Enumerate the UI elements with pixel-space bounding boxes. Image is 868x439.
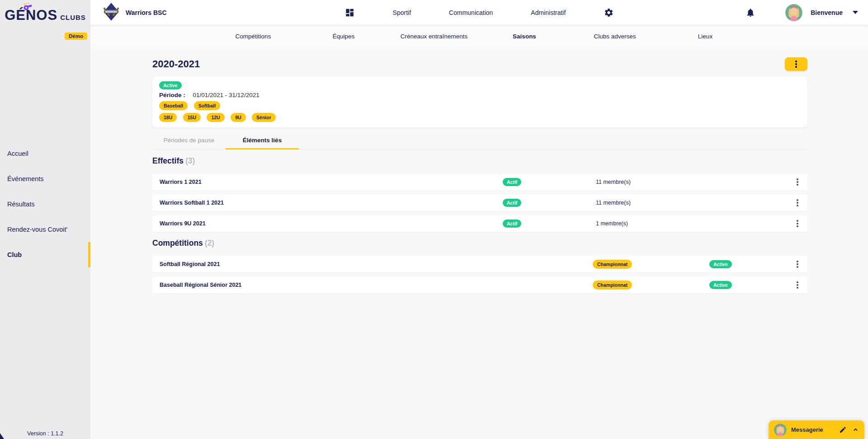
status-badge: Actif [503, 199, 521, 207]
tab-competitions[interactable]: Compétitions [208, 33, 298, 40]
topbar-link-sportif[interactable]: Sportif [393, 9, 411, 16]
chevron-up-icon[interactable] [852, 426, 859, 433]
app-version: Version : 1.1.2 [0, 430, 90, 437]
row-actions-button[interactable] [795, 280, 800, 290]
tab-clubs-adverses[interactable]: Clubs adverses [570, 33, 660, 40]
main-content: 2020-2021 Active Période : 01/01/2021 - … [90, 57, 868, 293]
status-badge: Actif [503, 220, 521, 228]
chevron-down-icon[interactable] [853, 11, 858, 14]
kebab-icon [797, 178, 798, 186]
sidebar-item-rendez-vous-covoit[interactable]: Rendez-vous Covoit' [0, 217, 90, 242]
member-count: 1 membre(s) [596, 220, 788, 227]
competition-name: Baseball Régional Sénior 2021 [152, 282, 593, 288]
competition-row[interactable]: Baseball Régional Sénior 2021 Championna… [152, 277, 807, 293]
avatar [774, 424, 787, 436]
effectif-name: Warriors 1 2021 [152, 179, 503, 185]
tab-equipes[interactable]: Équipes [298, 33, 389, 40]
status-badge: Actif [503, 178, 521, 186]
topbar-center-nav: Sportif Communication Administratif [345, 8, 614, 18]
tab-periodes-de-pause[interactable]: Périodes de pause [152, 131, 226, 149]
page-title: 2020-2021 [152, 58, 200, 70]
row-actions-button[interactable] [795, 259, 800, 270]
topbar-link-communication[interactable]: Communication [449, 9, 493, 16]
section-count: (2) [205, 238, 214, 248]
sidebar-item-evenements[interactable]: Événements [0, 166, 90, 191]
effectif-name: Warriors Softball 1 2021 [152, 200, 503, 206]
effectif-row[interactable]: Warriors 9U 2021 Actif 1 membre(s) [152, 215, 807, 232]
sport-badge: Softball [194, 101, 221, 110]
category-badge: Sénior [252, 113, 276, 122]
logo-text-secondary: CLUBS [60, 14, 86, 21]
competition-type-badge: Championnat [593, 280, 632, 290]
bell-icon[interactable] [745, 8, 755, 18]
sidebar-item-label: Accueil [7, 150, 28, 157]
avatar[interactable] [785, 4, 802, 21]
season-status-badge: Active [159, 81, 182, 89]
period-label: Période : [159, 92, 185, 98]
app-logo: GÉNOS CLUBS Démo [0, 7, 90, 23]
sidebar: GÉNOS CLUBS Démo Accueil Événements Résu… [0, 0, 90, 439]
subnav: Compétitions Équipes Créneaux entraîneme… [90, 25, 868, 47]
competition-row[interactable]: Softball Régional 2021 Championnat Activ… [152, 256, 807, 272]
sidebar-item-label: Résultats [7, 201, 34, 208]
status-badge: Active [709, 260, 732, 268]
tab-saisons[interactable]: Saisons [479, 33, 570, 40]
sport-badge: Baseball [159, 101, 188, 110]
gear-icon[interactable] [604, 8, 613, 18]
club-logo: WARRIORS [103, 3, 119, 23]
effectif-name: Warriors 9U 2021 [152, 220, 503, 227]
messaging-label: Messagerie [791, 426, 823, 433]
category-badge: 12U [207, 113, 224, 122]
kebab-icon [797, 220, 798, 227]
detail-tabs: Périodes de pause Éléments liés [152, 131, 807, 149]
section-count: (3) [185, 156, 195, 165]
topbar-right: Bienvenue [745, 4, 858, 21]
status-badge: Active [709, 281, 732, 289]
sidebar-nav: Accueil Événements Résultats Rendez-vous… [0, 141, 90, 267]
sidebar-item-label: Événements [7, 175, 44, 182]
messaging-dock[interactable]: Messagerie [769, 420, 864, 439]
period-value: 01/01/2021 - 31/12/2021 [193, 92, 259, 98]
kebab-icon [797, 261, 798, 268]
section-effectifs: Effectifs(3) Warriors 1 2021 Actif 11 me… [152, 156, 807, 232]
season-info-card: Active Période : 01/01/2021 - 31/12/2021… [152, 76, 807, 127]
member-count: 11 membre(s) [596, 179, 788, 185]
sidebar-item-resultats[interactable]: Résultats [0, 191, 90, 217]
sidebar-item-club[interactable]: Club [0, 242, 90, 267]
club-brand[interactable]: WARRIORS Warriors BSC [90, 3, 167, 23]
sidebar-item-accueil[interactable]: Accueil [0, 141, 90, 166]
tab-lieux[interactable]: Lieux [660, 33, 750, 40]
dashboard-grid-icon[interactable] [345, 8, 355, 18]
tab-elements-lies[interactable]: Éléments liés [226, 131, 299, 149]
competition-name: Softball Régional 2021 [152, 261, 593, 267]
svg-text:WARRIORS: WARRIORS [105, 10, 117, 13]
topbar: WARRIORS Warriors BSC Sportif Communicat… [90, 0, 868, 25]
topbar-link-administratif[interactable]: Administratif [531, 9, 566, 16]
effectif-row[interactable]: Warriors Softball 1 2021 Actif 11 membre… [152, 195, 807, 211]
whistle-icon [23, 2, 33, 13]
category-badge: 15U [183, 113, 201, 122]
kebab-icon [797, 281, 798, 289]
effectif-row[interactable]: Warriors 1 2021 Actif 11 membre(s) [152, 174, 807, 190]
competition-type-badge: Championnat [593, 260, 632, 269]
kebab-icon [797, 199, 798, 206]
season-actions-button[interactable] [785, 57, 807, 71]
sidebar-item-label: Rendez-vous Covoit' [7, 226, 67, 233]
welcome-label: Bienvenue [811, 9, 843, 16]
category-badge: 18U [159, 113, 177, 122]
section-competitions: Compétitions(2) Softball Régional 2021 C… [152, 238, 807, 293]
row-actions-button[interactable] [795, 218, 800, 229]
section-title-competitions: Compétitions(2) [152, 238, 807, 248]
row-actions-button[interactable] [795, 197, 800, 208]
corner-decoration [0, 433, 4, 439]
sidebar-item-label: Club [7, 251, 22, 258]
demo-badge: Démo [65, 33, 87, 40]
member-count: 11 membre(s) [596, 200, 788, 206]
kebab-icon [795, 61, 797, 68]
tab-creneaux-entrainements[interactable]: Créneaux entraînements [389, 33, 479, 40]
club-name: Warriors BSC [126, 9, 167, 16]
pencil-icon[interactable] [839, 426, 847, 434]
section-title-effectifs: Effectifs(3) [152, 156, 807, 166]
row-actions-button[interactable] [795, 177, 800, 187]
category-badge: 9U [231, 113, 245, 122]
